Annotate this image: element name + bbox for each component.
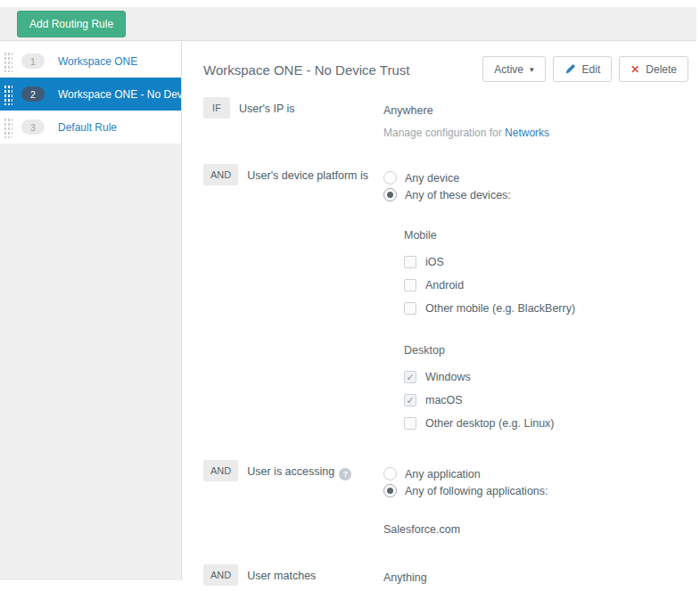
rule-number-badge: 3 <box>21 119 45 135</box>
checkbox-windows[interactable]: Windows <box>404 365 688 389</box>
rule-detail-panel: Workspace ONE - No Device Trust Active ▾… <box>183 42 700 580</box>
checkbox-macos[interactable]: macOS <box>404 389 688 412</box>
sidebar-item-workspace-one-no-device-trust[interactable]: 2 Workspace ONE - No Devic... <box>0 78 181 111</box>
radio-icon[interactable] <box>383 467 397 480</box>
checkbox-checked-icon[interactable] <box>404 371 416 383</box>
radio-option-any-application[interactable]: Any application <box>383 465 688 482</box>
radio-option-any-of-these-devices[interactable]: Any of these devices: <box>383 186 688 203</box>
condition-row-device-platform: AND User's device platform is Any device… <box>203 164 688 435</box>
checkbox-label: Android <box>425 277 464 293</box>
checkbox-label: Windows <box>425 369 471 385</box>
keyword-badge: AND <box>203 564 238 586</box>
checkbox-ios[interactable]: iOS <box>404 250 688 274</box>
header-actions: Active ▾ Edit ✕ Delete <box>482 56 688 82</box>
condition-label: User is accessing? <box>247 460 351 480</box>
checkbox-android[interactable]: Android <box>404 274 688 297</box>
condition-value: Anything <box>383 570 688 586</box>
device-checkbox-groups: Mobile iOS Android Other m <box>404 227 688 435</box>
rule-list: 1 Workspace ONE 2 Workspace ONE - No Dev… <box>0 42 181 144</box>
add-routing-rule-button[interactable]: Add Routing Rule <box>17 11 126 37</box>
group-heading: Desktop <box>404 342 688 358</box>
keyword-badge: AND <box>203 460 238 481</box>
radio-icon[interactable] <box>383 171 397 185</box>
mobile-group: Mobile iOS Android Other m <box>404 227 688 320</box>
drag-handle-icon[interactable] <box>4 84 12 105</box>
rule-conditions: IF User's IP is Anywhere Manage configur… <box>203 97 688 591</box>
checkbox-other-desktop[interactable]: Other desktop (e.g. Linux) <box>404 412 688 435</box>
rule-number-badge: 1 <box>21 53 45 69</box>
delete-x-icon: ✕ <box>630 63 639 76</box>
top-toolbar: Add Routing Rule <box>0 7 696 41</box>
checkbox-icon[interactable] <box>404 279 416 291</box>
routing-rules-page: Add Routing Rule 1 Workspace ONE 2 Works… <box>0 0 700 591</box>
drag-handle-icon[interactable] <box>4 117 12 138</box>
networks-link[interactable]: Networks <box>505 127 549 139</box>
radio-label: Any of following applications: <box>405 483 548 499</box>
manage-prefix: Manage configuration for <box>383 127 505 139</box>
radio-label: Any of these devices: <box>405 187 511 203</box>
sidebar-item-workspace-one[interactable]: 1 Workspace ONE <box>0 45 181 78</box>
application-name: Salesforce.com <box>383 521 688 538</box>
radio-selected-icon[interactable] <box>383 484 397 497</box>
sidebar-background <box>0 144 181 580</box>
radio-option-any-device[interactable]: Any device <box>383 169 688 186</box>
rule-item-label: Workspace ONE - No Devic... <box>58 88 181 101</box>
radio-label: Any application <box>405 466 481 482</box>
condition-label: User's IP is <box>239 97 295 115</box>
checkbox-label: iOS <box>425 254 444 270</box>
edit-button-label: Edit <box>582 63 601 76</box>
radio-selected-icon[interactable] <box>383 188 397 201</box>
group-heading: Mobile <box>404 227 688 243</box>
routing-rules-sidebar: 1 Workspace ONE 2 Workspace ONE - No Dev… <box>0 42 182 580</box>
rule-number-badge: 2 <box>21 86 45 102</box>
drag-handle-icon[interactable] <box>4 51 12 72</box>
chevron-down-icon: ▾ <box>530 65 534 74</box>
manage-configuration-line: Manage configuration for Networks <box>383 125 688 141</box>
delete-button[interactable]: ✕ Delete <box>619 56 688 82</box>
checkbox-label: macOS <box>425 392 463 408</box>
edit-button[interactable]: Edit <box>553 56 613 82</box>
sidebar-item-default-rule[interactable]: 3 Default Rule <box>0 111 181 144</box>
desktop-group: Desktop Windows macOS Othe <box>404 342 688 435</box>
keyword-badge: AND <box>203 164 238 185</box>
page-title: Workspace ONE - No Device Trust <box>203 56 409 78</box>
checkbox-checked-icon[interactable] <box>404 394 416 406</box>
condition-value: Anywhere <box>383 103 688 119</box>
condition-row-ip: IF User's IP is Anywhere Manage configur… <box>203 97 688 141</box>
condition-label: User matches <box>247 564 316 582</box>
condition-row-accessing: AND User is accessing? Any application A… <box>203 460 688 538</box>
rule-item-label: Default Rule <box>58 121 117 134</box>
checkbox-icon[interactable] <box>404 417 416 430</box>
pencil-icon <box>564 63 576 75</box>
checkbox-other-mobile[interactable]: Other mobile (e.g. BlackBerry) <box>404 297 688 320</box>
radio-option-following-applications[interactable]: Any of following applications: <box>383 482 688 499</box>
keyword-badge: IF <box>203 97 230 119</box>
rule-item-label: Workspace ONE <box>58 55 137 68</box>
condition-row-user-matches: AND User matches Anything <box>203 564 688 586</box>
status-dropdown-button[interactable]: Active ▾ <box>482 56 545 82</box>
checkbox-label: Other mobile (e.g. BlackBerry) <box>425 300 575 316</box>
delete-button-label: Delete <box>646 63 677 76</box>
detail-header: Workspace ONE - No Device Trust Active ▾… <box>203 56 688 82</box>
checkbox-icon[interactable] <box>404 256 416 268</box>
help-icon[interactable]: ? <box>339 468 351 480</box>
condition-label: User's device platform is <box>247 164 368 182</box>
radio-label: Any device <box>405 170 459 186</box>
status-dropdown-label: Active <box>494 63 523 76</box>
checkbox-label: Other desktop (e.g. Linux) <box>425 415 555 431</box>
checkbox-icon[interactable] <box>404 302 416 315</box>
